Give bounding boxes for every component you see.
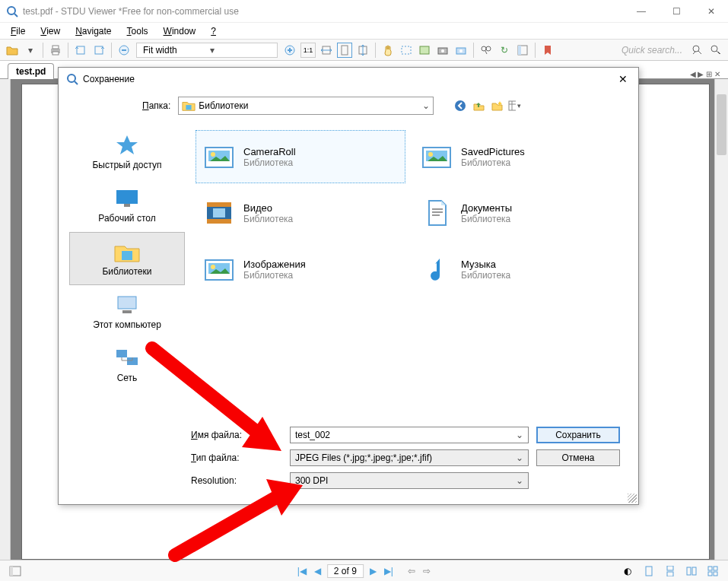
menu-view[interactable]: View <box>34 24 66 38</box>
page-number-input[interactable]: 2 of 9 <box>327 564 364 578</box>
svg-rect-43 <box>186 105 192 110</box>
svg-point-22 <box>486 46 491 51</box>
resolution-value: 300 DPI <box>295 475 328 486</box>
close-button[interactable]: ✕ <box>701 6 722 17</box>
facing-icon[interactable] <box>684 564 699 579</box>
dialog-close-button[interactable]: ✕ <box>615 73 631 85</box>
place-pc[interactable]: Этот компьютер <box>69 285 185 338</box>
zoom-in-icon[interactable] <box>282 43 297 58</box>
print-icon[interactable] <box>48 43 63 58</box>
file-item[interactable]: ИзображенияБиблиотека <box>196 243 405 296</box>
place-label: Библиотеки <box>102 266 151 277</box>
resize-grip[interactable] <box>628 494 637 503</box>
file-list[interactable]: CameraRollБиблиотекаSavedPicturesБиблиот… <box>191 125 628 427</box>
actual-size-icon[interactable]: 1:1 <box>300 43 316 58</box>
file-subtitle: Библиотека <box>461 214 512 224</box>
place-star[interactable]: Быстрый доступ <box>69 125 185 179</box>
prev-page-button[interactable]: ◀ <box>313 566 323 576</box>
svg-rect-63 <box>207 219 231 224</box>
svg-point-28 <box>711 46 717 52</box>
snapshot-icon[interactable] <box>435 43 450 58</box>
filetype-combo[interactable]: JPEG Files (*.jpg;*.jpeg;*.jpe;*.jfif) ⌄ <box>290 449 529 466</box>
menu-navigate[interactable]: Navigate <box>69 24 117 38</box>
svg-rect-5 <box>77 46 84 54</box>
maximize-button[interactable]: ☐ <box>666 6 687 17</box>
resolution-combo[interactable]: 300 DPI ⌄ <box>290 472 529 489</box>
file-subtitle: Библиотека <box>243 214 293 224</box>
svg-point-44 <box>455 100 466 111</box>
svg-line-23 <box>485 51 487 54</box>
hand-tool-icon[interactable] <box>380 43 396 58</box>
svg-rect-33 <box>667 566 673 570</box>
svg-point-20 <box>459 49 463 52</box>
forward-button[interactable]: ⇨ <box>421 566 432 576</box>
filename-input[interactable]: test_002 ⌄ <box>290 427 529 443</box>
snapshot2-icon[interactable] <box>453 43 469 58</box>
find-next-icon[interactable]: ↻ <box>497 43 512 58</box>
file-item[interactable]: ВидеоБиблиотека <box>196 186 405 240</box>
file-item[interactable]: SavedPicturesБиблиотека <box>413 130 623 183</box>
menu-window[interactable]: Window <box>157 24 202 38</box>
document-tab[interactable]: test.pd <box>8 63 54 79</box>
last-page-button[interactable]: ▶| <box>383 566 395 576</box>
window-title: test.pdf - STDU Viewer *Free for non-com… <box>23 6 631 17</box>
first-page-button[interactable]: |◀ <box>296 566 308 576</box>
zoom-out-icon[interactable] <box>116 43 132 58</box>
minimize-button[interactable]: — <box>631 6 652 17</box>
continuous-icon[interactable] <box>663 564 678 579</box>
svg-rect-6 <box>95 46 103 54</box>
svg-point-26 <box>693 46 699 52</box>
folder-combo[interactable]: Библиотеки ⌄ <box>178 97 434 115</box>
place-desktop[interactable]: Рабочий стол <box>69 179 185 232</box>
filetype-label: Тип файла: <box>191 452 282 463</box>
save-button[interactable]: Сохранить <box>536 427 620 443</box>
place-label: Быстрый доступ <box>92 160 161 170</box>
cancel-button[interactable]: Отмена <box>536 449 620 466</box>
back-button[interactable]: ⇦ <box>406 566 417 576</box>
find-icon[interactable] <box>478 43 494 58</box>
single-page-icon[interactable] <box>641 564 656 579</box>
tabbar-controls[interactable]: ◀ ▶ ⊞ ✕ <box>690 70 720 78</box>
vertical-scrollbar[interactable] <box>714 79 728 560</box>
fit-width-icon[interactable] <box>319 43 334 58</box>
libraries-icon <box>113 240 141 263</box>
place-libraries[interactable]: Библиотеки <box>69 232 185 285</box>
fit-page-icon[interactable] <box>337 43 352 58</box>
chevron-down-icon: ⌄ <box>422 100 430 111</box>
scrollbar-thumb[interactable] <box>717 94 726 155</box>
side-panel-collapsed[interactable] <box>0 79 11 560</box>
status-left-icon[interactable] <box>8 564 23 579</box>
svg-rect-53 <box>116 350 127 357</box>
svg-rect-3 <box>52 46 59 49</box>
quick-search-prev-icon[interactable] <box>690 43 705 58</box>
zoom-combo[interactable]: Fit width ▾ <box>136 43 278 58</box>
svg-rect-37 <box>708 567 712 570</box>
place-network[interactable]: Сеть <box>69 338 185 392</box>
place-label: Рабочий стол <box>98 213 155 224</box>
sidebar-icon[interactable] <box>515 43 530 58</box>
file-item[interactable]: CameraRollБиблиотека <box>196 130 405 183</box>
view-menu-icon[interactable]: ▾ <box>508 99 522 113</box>
open-icon[interactable] <box>5 43 20 58</box>
select-image-icon[interactable] <box>417 43 432 58</box>
file-item[interactable]: ДокументыБиблиотека <box>413 186 623 240</box>
file-item[interactable]: МузыкаБиблиотека <box>413 243 623 296</box>
back-nav-icon[interactable] <box>453 99 467 113</box>
menu-help[interactable]: ? <box>205 24 222 38</box>
next-page-button[interactable]: ▶ <box>368 566 378 576</box>
menu-file[interactable]: File <box>5 24 31 38</box>
bookmark-icon[interactable] <box>540 43 555 58</box>
select-text-icon[interactable] <box>399 43 414 58</box>
rotate-left-icon[interactable] <box>73 43 88 58</box>
quick-search-next-icon[interactable] <box>708 43 723 58</box>
brightness-icon[interactable]: ◐ <box>620 564 635 579</box>
new-folder-icon[interactable] <box>490 99 504 113</box>
grid-icon[interactable] <box>705 564 720 579</box>
menu-tools[interactable]: Tools <box>121 24 154 38</box>
file-name: Изображения <box>243 259 306 270</box>
rotate-right-icon[interactable] <box>91 43 106 58</box>
fit-height-icon[interactable] <box>355 43 370 58</box>
open-dd-icon[interactable]: ▾ <box>23 43 38 58</box>
up-folder-icon[interactable] <box>472 99 485 113</box>
quick-search-input[interactable]: Quick search... <box>615 43 688 57</box>
